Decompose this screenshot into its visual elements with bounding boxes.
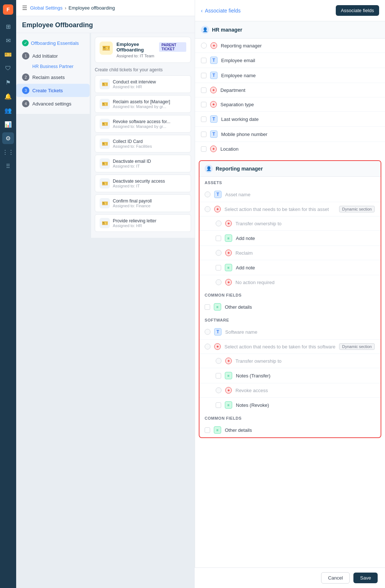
radio-dot[interactable] bbox=[216, 387, 222, 393]
create-child-label: Create child tickets for your agents bbox=[95, 67, 191, 72]
sidebar-icon-flag[interactable]: ⚑ bbox=[2, 76, 14, 88]
sidebar-icon-users[interactable]: 👥 bbox=[2, 104, 14, 116]
asset-field-row-2[interactable]: ✦ Transfer ownership to bbox=[199, 216, 381, 231]
field-checkbox[interactable] bbox=[201, 87, 206, 93]
asset-field-row-6[interactable]: ✦ No action required bbox=[199, 275, 381, 289]
field-checkbox[interactable] bbox=[216, 265, 221, 270]
hr-field-row-6[interactable]: T Mobile phone number bbox=[195, 127, 385, 142]
hr-field-row-0[interactable]: ✦ Reporting manager bbox=[195, 39, 385, 53]
field-type-icon: ✦ bbox=[211, 42, 217, 49]
field-type-icon: ≡ bbox=[225, 264, 232, 271]
save-button[interactable]: Save bbox=[353, 573, 378, 583]
field-name-5: Last working date bbox=[221, 116, 379, 122]
steps-panel: ✓ Offboarding Essentials 1 Add Initiator… bbox=[16, 33, 90, 114]
step-create-tickets[interactable]: 3 Create Tickets bbox=[16, 84, 90, 97]
cancel-button[interactable]: Cancel bbox=[321, 572, 350, 584]
radio-dot[interactable] bbox=[205, 206, 211, 212]
child-ticket-4[interactable]: 🎫 Deactivate email ID Assigned to: IT bbox=[95, 155, 191, 172]
hr-field-row-1[interactable]: T Employee email bbox=[195, 53, 385, 68]
step-add-initiator[interactable]: 1 Add Initiator bbox=[16, 49, 90, 62]
sidebar-icon-settings[interactable]: ⚙ bbox=[2, 132, 14, 144]
radio-dot[interactable] bbox=[205, 191, 211, 197]
radio-dot[interactable] bbox=[216, 250, 222, 256]
software-field-row-3[interactable]: ≡ Notes (Transfer) bbox=[199, 368, 381, 383]
child-ticket-2[interactable]: 🎫 Revoke software access for... Assigned… bbox=[95, 115, 191, 133]
sidebar-icon-shield[interactable]: 🛡 bbox=[2, 62, 14, 74]
field-checkbox[interactable] bbox=[216, 373, 221, 379]
software-field-row-2[interactable]: ✦ Transfer ownership to bbox=[199, 354, 381, 368]
field-checkbox[interactable] bbox=[201, 132, 206, 137]
sidebar-icon-bell[interactable]: 🔔 bbox=[2, 90, 14, 102]
menu-icon[interactable]: ☰ bbox=[22, 4, 27, 11]
field-checkbox[interactable] bbox=[201, 73, 206, 78]
asset-field-row-1[interactable]: ✦ Select action that needs to be taken f… bbox=[199, 202, 381, 216]
radio-dot[interactable] bbox=[205, 344, 211, 349]
asset-field-row-4[interactable]: ✦ Reclaim bbox=[199, 246, 381, 260]
back-link[interactable]: ‹ Associate fields bbox=[201, 8, 241, 14]
hr-field-row-4[interactable]: ✦ Separation type bbox=[195, 97, 385, 112]
field-type-icon: ≡ bbox=[225, 234, 232, 242]
field-checkbox[interactable] bbox=[201, 102, 206, 107]
field-checkbox[interactable] bbox=[205, 427, 210, 433]
asset-field-name-6: No action required bbox=[235, 280, 375, 285]
child-ticket-5[interactable]: 🎫 Deactivate security access Assigned to… bbox=[95, 175, 191, 192]
child-ticket-6[interactable]: 🎫 Confirm final payroll Assigned to: Fin… bbox=[95, 194, 191, 212]
back-label: Associate fields bbox=[205, 8, 241, 14]
field-checkbox[interactable] bbox=[216, 402, 221, 408]
hr-field-row-7[interactable]: ✦ Location bbox=[195, 142, 385, 156]
asset-field-row-5[interactable]: ≡ Add note bbox=[199, 260, 381, 275]
field-type-icon: ✦ bbox=[225, 279, 232, 286]
assets-label: ASSETS bbox=[199, 177, 381, 187]
dynamic-badge: Dynamic section bbox=[339, 343, 375, 350]
right-header: ‹ Associate fields Associate fields bbox=[195, 0, 385, 21]
step-label-1: Add Initiator bbox=[32, 53, 58, 59]
field-checkbox[interactable] bbox=[201, 146, 206, 152]
hr-field-row-3[interactable]: ✦ Department bbox=[195, 83, 385, 97]
asset-field-row-0[interactable]: T Asset name bbox=[199, 187, 381, 202]
child-ticket-assign-5: Assigned to: IT bbox=[113, 184, 165, 188]
software-field-row-4[interactable]: ✦ Revoke access bbox=[199, 383, 381, 398]
field-checkbox[interactable] bbox=[201, 116, 206, 122]
radio-dot[interactable] bbox=[216, 358, 222, 364]
software-field-row-0[interactable]: T Software name bbox=[199, 325, 381, 340]
associate-fields-button[interactable]: Associate fields bbox=[336, 5, 379, 16]
common-field-row-0[interactable]: ≡ Other details bbox=[199, 300, 381, 314]
hr-manager-icon: 👤 bbox=[201, 26, 209, 34]
field-type-icon: ✦ bbox=[225, 358, 232, 364]
reporting-manager-section: 👤 Reporting manager ASSETS T Asset name … bbox=[199, 160, 381, 438]
field-checkbox[interactable] bbox=[201, 58, 206, 63]
child-ticket-assign-4: Assigned to: IT bbox=[113, 164, 151, 168]
child-ticket-7[interactable]: 🎫 Provide relieving letter Assigned to: … bbox=[95, 214, 191, 232]
sidebar-icon-inbox[interactable]: ✉ bbox=[2, 35, 14, 46]
child-ticket-0[interactable]: 🎫 Conduct exit interview Assigned to: HR bbox=[95, 75, 191, 93]
software-field-name-4: Revoke access bbox=[235, 388, 375, 393]
breadcrumb-current: Employee offboarding bbox=[69, 5, 115, 11]
software-field-row-5[interactable]: ≡ Notes (Revoke) bbox=[199, 398, 381, 412]
field-type-icon: T bbox=[210, 130, 217, 138]
breadcrumb-parent[interactable]: Global Settings bbox=[30, 5, 62, 11]
sidebar-icon-chart[interactable]: 📊 bbox=[2, 118, 14, 130]
radio-dot[interactable] bbox=[216, 220, 222, 226]
child-ticket-1[interactable]: 🎫 Reclaim assets for [Manager] Assigned … bbox=[95, 95, 191, 113]
hr-field-row-5[interactable]: T Last working date bbox=[195, 112, 385, 127]
child-ticket-3[interactable]: 🎫 Collect ID Card Assigned to: Facilitie… bbox=[95, 135, 191, 153]
sidebar-icon-grid[interactable]: ⋮⋮ bbox=[2, 146, 14, 158]
radio-dot[interactable] bbox=[216, 279, 222, 285]
asset-field-row-3[interactable]: ≡ Add note bbox=[199, 231, 381, 246]
hr-field-row-2[interactable]: T Employee name bbox=[195, 68, 385, 83]
step-advanced[interactable]: 4 Advanced settings bbox=[16, 97, 90, 110]
radio-dot[interactable] bbox=[201, 43, 207, 49]
step-essentials[interactable]: ✓ Offboarding Essentials bbox=[16, 37, 90, 49]
sidebar-icon-apps[interactable]: ⠿ bbox=[2, 160, 14, 172]
sidebar-icon-home[interactable]: ⊞ bbox=[2, 21, 14, 32]
child-ticket-assign-1: Assigned to: Managed by gr... bbox=[113, 104, 170, 109]
software-field-row-1[interactable]: ✦ Select action that needs to be taken f… bbox=[199, 340, 381, 354]
sidebar-icon-tickets[interactable]: 🎫 bbox=[2, 49, 14, 60]
asset-field-name-2: Transfer ownership to bbox=[235, 221, 375, 226]
asset-field-name-5: Add note bbox=[236, 265, 375, 270]
sw-common-field-row-0[interactable]: ≡ Other details bbox=[199, 423, 381, 437]
field-checkbox[interactable] bbox=[205, 304, 210, 310]
field-checkbox[interactable] bbox=[216, 236, 221, 241]
step-reclaim[interactable]: 2 Reclaim assets bbox=[16, 71, 90, 84]
radio-dot[interactable] bbox=[205, 329, 211, 335]
